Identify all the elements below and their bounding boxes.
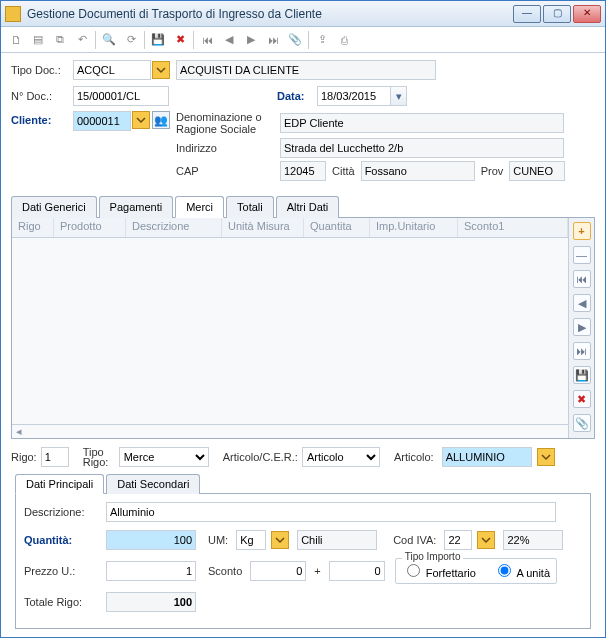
totale-rigo-label: Totale Rigo: [24, 596, 102, 608]
sconto2-input[interactable] [329, 561, 385, 581]
tipo-doc-input[interactable] [73, 60, 151, 80]
prezzo-u-input[interactable] [106, 561, 196, 581]
titlebar: Gestione Documenti di Trasporto di Ingre… [1, 1, 605, 27]
main-tabs: Dati Generici Pagamenti Merci Totali Alt… [11, 195, 595, 218]
tipo-rigo-select[interactable]: Merce [119, 447, 209, 467]
window-title: Gestione Documenti di Trasporto di Ingre… [27, 7, 513, 21]
new-icon[interactable]: 🗋 [7, 31, 25, 49]
grid-next-button[interactable]: ▶ [573, 318, 591, 336]
totale-rigo-input [106, 592, 196, 612]
col-sconto1[interactable]: Sconto1 [458, 218, 568, 237]
tab-totali[interactable]: Totali [226, 196, 274, 218]
tab-dati-generici[interactable]: Dati Generici [11, 196, 97, 218]
maximize-button[interactable]: ▢ [543, 5, 571, 23]
cod-iva-label: Cod IVA: [393, 534, 436, 546]
rigo-input[interactable] [41, 447, 69, 467]
tab-pagamenti[interactable]: Pagamenti [99, 196, 174, 218]
col-imp-unitario[interactable]: Imp.Unitario [370, 218, 458, 237]
denom-input [280, 113, 564, 133]
first-icon[interactable]: ⏮ [198, 31, 216, 49]
merci-grid[interactable]: Rigo Prodotto Descrizione Unità Misura Q… [12, 218, 568, 438]
refresh-icon[interactable]: ⟳ [122, 31, 140, 49]
sconto-label: Sconto [208, 565, 242, 577]
delete-icon[interactable]: ✖ [171, 31, 189, 49]
col-descrizione[interactable]: Descrizione [126, 218, 222, 237]
grid-body[interactable] [12, 238, 568, 424]
col-quantita[interactable]: Quantita [304, 218, 370, 237]
prov-label: Prov [481, 165, 504, 177]
quantita-input[interactable] [106, 530, 196, 550]
grid-first-button[interactable]: ⏮ [573, 270, 591, 288]
col-rigo[interactable]: Rigo [12, 218, 54, 237]
n-doc-label: N° Doc.: [11, 90, 73, 102]
um-desc [297, 530, 377, 550]
next-icon[interactable]: ▶ [242, 31, 260, 49]
cliente-label: Cliente: [11, 111, 73, 126]
grid-save-button[interactable]: 💾 [573, 366, 591, 384]
cliente-code-input[interactable] [73, 111, 131, 131]
export-icon[interactable]: ⇪ [313, 31, 331, 49]
citta-input [361, 161, 475, 181]
cap-input [280, 161, 326, 181]
descrizione-label: Descrizione: [24, 506, 102, 518]
undo-icon[interactable]: ↶ [73, 31, 91, 49]
subtab-dati-principali[interactable]: Dati Principali [15, 474, 104, 494]
data-input[interactable] [317, 86, 391, 106]
date-dropdown-icon[interactable]: ▾ [391, 86, 407, 106]
iva-desc [503, 530, 563, 550]
quantita-label: Quantità: [24, 534, 102, 546]
tipo-doc-lookup-button[interactable] [152, 61, 170, 79]
grid-attach-button[interactable]: 📎 [573, 414, 591, 432]
data-label: Data: [277, 90, 317, 102]
articolo-cer-select[interactable]: Articolo [302, 447, 380, 467]
open-icon[interactable]: ▤ [29, 31, 47, 49]
articolo-lookup-button[interactable] [537, 448, 555, 466]
n-doc-input[interactable] [73, 86, 169, 106]
close-button[interactable]: ✕ [573, 5, 601, 23]
indirizzo-input [280, 138, 564, 158]
print-icon[interactable]: ⎙ [335, 31, 353, 49]
save-icon[interactable]: 💾 [149, 31, 167, 49]
articolo-label: Articolo: [394, 451, 434, 463]
tipo-importo-group: Tipo Importo Forfettario A unità [395, 558, 557, 584]
grid-last-button[interactable]: ⏭ [573, 342, 591, 360]
find-icon[interactable]: 🔍 [100, 31, 118, 49]
grid-remove-button[interactable]: — [573, 246, 591, 264]
grid-scroll-left-icon[interactable]: ◂ [16, 425, 22, 438]
cliente-people-button[interactable]: 👥 [152, 111, 170, 129]
last-icon[interactable]: ⏭ [264, 31, 282, 49]
denom-label: Denominazione o Ragione Sociale [176, 111, 280, 135]
sconto1-input[interactable] [250, 561, 306, 581]
minimize-button[interactable]: — [513, 5, 541, 23]
um-input[interactable] [236, 530, 266, 550]
attach-icon[interactable]: 📎 [286, 31, 304, 49]
prev-icon[interactable]: ◀ [220, 31, 238, 49]
rigo-label: Rigo: [11, 451, 37, 463]
cod-iva-input[interactable] [444, 530, 472, 550]
col-um[interactable]: Unità Misura [222, 218, 304, 237]
grid-add-button[interactable]: + [573, 222, 591, 240]
cap-label: CAP [176, 165, 280, 177]
col-prodotto[interactable]: Prodotto [54, 218, 126, 237]
radio-forfettario[interactable]: Forfettario [402, 567, 476, 579]
cod-iva-lookup-button[interactable] [477, 531, 495, 549]
copy-icon[interactable]: ⧉ [51, 31, 69, 49]
citta-label: Città [332, 165, 355, 177]
subtab-dati-secondari[interactable]: Dati Secondari [106, 474, 200, 494]
grid-prev-button[interactable]: ◀ [573, 294, 591, 312]
articolo-input[interactable] [442, 447, 532, 467]
um-label: UM: [208, 534, 228, 546]
prezzo-u-label: Prezzo U.: [24, 565, 102, 577]
descrizione-input[interactable] [106, 502, 556, 522]
plus-label: + [314, 565, 320, 577]
tipo-rigo-label: Tipo Rigo: [83, 447, 115, 467]
tab-altri-dati[interactable]: Altri Dati [276, 196, 340, 218]
radio-a-unita[interactable]: A unità [493, 567, 550, 579]
tab-merci[interactable]: Merci [175, 196, 224, 218]
um-lookup-button[interactable] [271, 531, 289, 549]
toolbar: 🗋 ▤ ⧉ ↶ 🔍 ⟳ 💾 ✖ ⏮ ◀ ▶ ⏭ 📎 ⇪ ⎙ [1, 27, 605, 53]
grid-delete-button[interactable]: ✖ [573, 390, 591, 408]
tipo-doc-label: Tipo Doc.: [11, 64, 73, 76]
cliente-lookup-button[interactable] [132, 111, 150, 129]
tipo-importo-legend: Tipo Importo [402, 551, 464, 562]
